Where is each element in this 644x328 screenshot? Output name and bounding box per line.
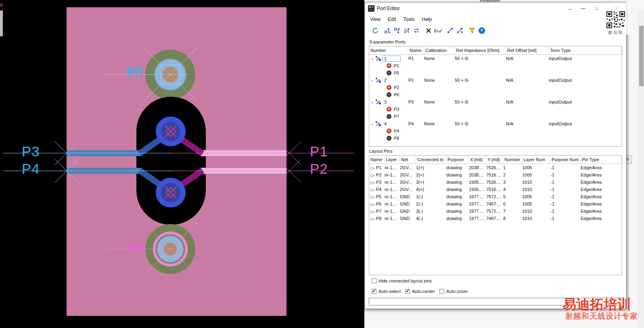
minus-pin-icon: − <box>387 114 391 119</box>
titlebar[interactable]: Port Editor ↔ — □ ✕ <box>365 2 626 15</box>
auto-select-checkbox[interactable]: Auto-select <box>372 289 401 294</box>
move-port-up-button[interactable] <box>383 26 392 35</box>
swap-pins-button[interactable] <box>412 26 421 35</box>
scrollbar-thumb[interactable] <box>639 26 644 86</box>
cell: Edge/Area <box>581 193 622 200</box>
port-number-editor[interactable]: 1 <box>382 56 401 62</box>
cell: 7526.... <box>486 179 503 186</box>
port-number[interactable]: 2 <box>382 77 387 84</box>
port-name-cell: P2 <box>408 77 424 84</box>
checkbox-box[interactable] <box>372 278 376 283</box>
qr-code-overlay: 微信联 <box>601 2 630 35</box>
background-scrollbar[interactable] <box>638 10 644 328</box>
chevron-down-icon[interactable]: ⌄ <box>369 55 375 62</box>
cell: 1010 <box>522 208 550 215</box>
minimize-button[interactable]: — <box>579 5 588 12</box>
dock-window-button[interactable]: ↔ <box>566 5 575 12</box>
refresh-button[interactable] <box>370 26 380 35</box>
sparam-port-row[interactable]: ⌄ 4 P4 None 50 + 0i N/A inputOutput <box>369 120 622 127</box>
sparam-port-row[interactable]: ⌄ 2 P2 None 50 + 0i N/A inputOutput <box>369 77 622 84</box>
port-number[interactable]: 4 <box>382 120 387 127</box>
column-header[interactable]: Layer <box>385 156 400 164</box>
auto-zoom-checkbox[interactable]: Auto-zoom <box>439 289 468 294</box>
sparam-port-row[interactable]: ⌄ 3 P3 None 50 + 0i N/A inputOutput <box>369 98 622 106</box>
port-label-p3: P3 <box>22 144 40 158</box>
layout-pin-row[interactable]: P7 nr-1...GND3(-)drawing1977....7572....… <box>369 208 622 215</box>
cell: 1905.... <box>469 179 486 186</box>
column-header[interactable]: Term Type <box>549 46 622 54</box>
port-up-icon <box>384 27 391 34</box>
layout-pin-row[interactable]: P1 nr-1...2GV...1(+)drawing2038....7526.… <box>369 164 622 171</box>
menu-help[interactable]: Help <box>418 16 436 23</box>
menu-view[interactable]: View <box>366 16 384 23</box>
column-header[interactable]: Y [mil] <box>486 156 503 164</box>
sparam-plus-pin-row[interactable]: +P1 <box>369 62 622 69</box>
hide-connected-checkbox[interactable]: Hide connected layout pins <box>372 278 432 283</box>
cell: 2038.... <box>469 171 486 179</box>
column-header[interactable]: Connected to <box>416 156 446 164</box>
delete-port-button[interactable] <box>424 26 433 35</box>
auto-center-checkbox[interactable]: Auto-center <box>405 289 435 294</box>
sparam-port-row[interactable]: ⌄ 1 P1 None 50 + 0i N/A inputOutput <box>369 55 622 62</box>
checkbox-box[interactable] <box>405 289 410 294</box>
menu-tools[interactable]: Tools <box>399 16 418 23</box>
chevron-down-icon[interactable]: ⌄ <box>369 77 375 84</box>
column-header[interactable]: Calibration <box>424 46 455 54</box>
column-header[interactable]: X [mil] <box>469 156 486 164</box>
layout-canvas[interactable]: P3 P4 P1 P2 P5 P7 P6 P8 <box>0 0 367 328</box>
corner-mark <box>0 3 3 7</box>
sparam-plus-pin-row[interactable]: +P2 <box>369 84 622 91</box>
disconnect-pin-button[interactable] <box>455 26 464 35</box>
port-number[interactable]: 3 <box>382 98 387 106</box>
cell: 7467.... <box>486 215 503 222</box>
checkbox-box[interactable] <box>372 289 376 294</box>
via-top[interactable] <box>156 116 186 146</box>
sparam-minus-pin-row[interactable]: −P6 <box>369 91 622 98</box>
edit-port-button[interactable] <box>402 26 411 35</box>
via-bottom[interactable] <box>156 178 186 208</box>
sparam-minus-pin-row[interactable]: −P7 <box>369 113 622 120</box>
layout-pin-row[interactable]: P4 nr-1...2GV...4(+)drawing1905....7516.… <box>369 186 622 193</box>
column-header[interactable]: Pin Type <box>581 156 622 164</box>
connect-pin-button[interactable] <box>445 26 455 35</box>
screen: P3 P4 P1 P2 P5 P7 P6 P8 Properties ⧉ Por… <box>0 0 644 328</box>
column-header[interactable]: Ref Offset [mil] <box>506 46 549 54</box>
sparam-minus-pin-row[interactable]: −P8 <box>369 135 622 142</box>
layout-pin-row[interactable]: P8 nr-1...GND4(-)drawing1977....7467....… <box>369 215 622 222</box>
column-header[interactable]: Net <box>400 156 416 164</box>
pin-icon <box>370 210 375 214</box>
layout-pin-row[interactable]: P2 nr-1...2GV...2(+)drawing2038....7516.… <box>369 171 622 179</box>
delete-icon <box>425 27 432 34</box>
column-header[interactable]: Name <box>408 46 424 54</box>
chevron-down-icon[interactable]: ⌄ <box>369 98 375 106</box>
column-header[interactable]: Purpose <box>446 156 469 164</box>
layout-pin-row[interactable]: P6 nr-1...GND2(-)drawing1977....7467....… <box>369 200 622 208</box>
column-header[interactable]: Name <box>369 156 385 164</box>
sparam-minus-pin-row[interactable]: −P5 <box>369 69 622 77</box>
cell: -1 <box>550 193 581 200</box>
renumber-ports-button[interactable]: 12 <box>433 26 443 35</box>
port-name-cell: P4 <box>408 120 424 127</box>
layout-pin-row[interactable]: P5 nr-1...GND1(-)drawing1977....7572....… <box>369 193 622 200</box>
cell: 1977.... <box>469 200 486 208</box>
cell: nr-1... <box>385 200 400 208</box>
move-port-down-button[interactable] <box>392 26 401 35</box>
help-button[interactable]: ? <box>477 26 486 35</box>
menu-edit[interactable]: Edit <box>384 16 400 23</box>
sparam-table: Number Name Calibration Ref Impedance [O… <box>369 46 622 147</box>
filter-button[interactable] <box>467 26 477 35</box>
port-label-p1: P1 <box>310 144 328 158</box>
layout-pin-row[interactable]: P3 nr-1...2GV...3(+)drawing1905....7526.… <box>369 179 622 186</box>
sparam-plus-pin-row[interactable]: +P4 <box>369 127 622 135</box>
sparam-plus-pin-row[interactable]: +P3 <box>369 106 622 113</box>
maximize-button[interactable]: □ <box>592 5 601 12</box>
column-header[interactable]: Purpose Num <box>550 156 581 164</box>
column-header[interactable]: Ref Impedance [Ohm] <box>455 46 506 54</box>
chevron-down-icon[interactable]: ⌄ <box>369 120 375 127</box>
sparam-port-icon <box>375 56 382 61</box>
column-header[interactable]: Number <box>503 156 522 164</box>
column-header[interactable]: Layer Num <box>522 156 550 164</box>
checkbox-box[interactable] <box>439 289 444 294</box>
cell: -1 <box>550 171 581 179</box>
column-header[interactable]: Number <box>369 46 408 54</box>
